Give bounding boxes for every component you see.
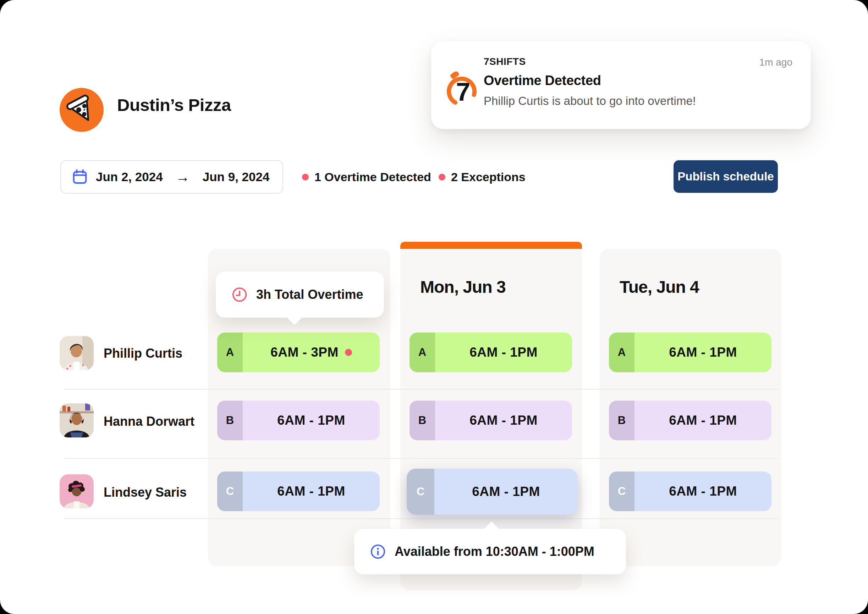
shift-badge: C bbox=[407, 469, 434, 515]
shift-time: 6AM - 1PM bbox=[243, 471, 380, 511]
shift-time: 6AM - 1PM bbox=[635, 471, 772, 511]
highlighted-column-bar bbox=[400, 242, 582, 250]
avatar-phillip-curtis bbox=[60, 336, 94, 370]
overtime-status: 1 Overtime Detected bbox=[302, 160, 431, 194]
overtime-tooltip: 3h Total Overtime bbox=[216, 271, 384, 318]
shift-badge: C bbox=[217, 471, 243, 511]
pizza-logo-icon bbox=[60, 88, 104, 132]
shift-pill[interactable]: B 6AM - 1PM bbox=[609, 401, 772, 440]
employee-name: Lindsey Saris bbox=[104, 485, 187, 500]
shift-badge: C bbox=[609, 471, 635, 511]
shift-time: 6AM - 1PM bbox=[435, 401, 572, 440]
avatar-lindsey-saris bbox=[60, 474, 94, 509]
shift-badge: B bbox=[609, 401, 635, 440]
column-header-tue: Tue, Jun 4 bbox=[619, 277, 699, 297]
shift-pill[interactable]: A 6AM - 1PM bbox=[609, 333, 772, 372]
info-icon bbox=[370, 543, 386, 560]
shift-time: 6AM - 3PM bbox=[271, 345, 339, 360]
overtime-status-dot-icon bbox=[302, 174, 309, 180]
shift-pill[interactable]: B 6AM - 1PM bbox=[409, 401, 572, 440]
shift-time: 6AM - 1PM bbox=[635, 333, 772, 372]
page-title: Dustin’s Pizza bbox=[117, 95, 231, 115]
notification-title: Overtime Detected bbox=[484, 73, 601, 88]
date-range-start: Jun 2, 2024 bbox=[96, 170, 163, 184]
shift-pill[interactable]: C 6AM - 1PM bbox=[217, 471, 380, 511]
avatar-hanna-dorwart bbox=[60, 403, 94, 437]
seven-shifts-logo-icon: 7 bbox=[443, 71, 479, 107]
notification-timestamp: 1m ago bbox=[759, 57, 792, 68]
calendar-icon bbox=[72, 169, 88, 185]
row-divider bbox=[64, 389, 778, 389]
svg-text:7: 7 bbox=[456, 78, 470, 106]
shift-time: 6AM - 1PM bbox=[635, 401, 772, 440]
clock-icon bbox=[231, 287, 248, 303]
employee-name: Hanna Dorwart bbox=[104, 414, 194, 429]
overtime-status-label: 1 Overtime Detected bbox=[314, 170, 431, 184]
screen: Dustin’s Pizza 7 7SHIFTS 1m ago Overtime… bbox=[0, 0, 868, 614]
row-divider bbox=[64, 458, 778, 459]
employee-name: Phillip Curtis bbox=[104, 346, 182, 361]
shift-pill[interactable]: C 6AM - 1PM bbox=[609, 471, 772, 511]
overtime-alert-dot-icon bbox=[345, 349, 352, 356]
overtime-tooltip-text: 3h Total Overtime bbox=[256, 287, 363, 302]
shift-pill[interactable]: B 6AM - 1PM bbox=[217, 401, 380, 440]
publish-schedule-button[interactable]: Publish schedule bbox=[674, 160, 778, 193]
exceptions-status-dot-icon bbox=[439, 174, 445, 180]
shift-pill[interactable]: A 6AM - 1PM bbox=[409, 333, 572, 372]
app-window: Dustin’s Pizza 7 7SHIFTS 1m ago Overtime… bbox=[0, 0, 868, 614]
shift-time: 6AM - 1PM bbox=[434, 469, 578, 515]
shift-badge: A bbox=[409, 333, 435, 372]
notification-app-name: 7SHIFTS bbox=[484, 56, 526, 67]
notification-message: Phillip Curtis is about to go into overt… bbox=[484, 94, 696, 108]
notification-card[interactable]: 7 7SHIFTS 1m ago Overtime Detected Phill… bbox=[431, 41, 811, 129]
shift-badge: A bbox=[609, 333, 635, 372]
shift-time: 6AM - 1PM bbox=[435, 333, 572, 372]
availability-tooltip-text: Available from 10:30AM - 1:00PM bbox=[395, 544, 594, 559]
availability-tooltip: Available from 10:30AM - 1:00PM bbox=[354, 529, 626, 574]
exceptions-status: 2 Exceptions bbox=[439, 160, 526, 194]
shift-badge: A bbox=[217, 333, 243, 372]
column-header-mon: Mon, Jun 3 bbox=[420, 277, 506, 297]
shift-pill[interactable]: A 6AM - 3PM bbox=[217, 333, 380, 372]
shift-badge: B bbox=[217, 401, 243, 440]
shift-pill-selected[interactable]: C 6AM - 1PM bbox=[407, 469, 578, 515]
date-range-picker[interactable]: Jun 2, 2024 → Jun 9, 2024 bbox=[60, 160, 283, 194]
date-range-end: Jun 9, 2024 bbox=[203, 170, 270, 184]
shift-time: 6AM - 1PM bbox=[243, 401, 380, 440]
shift-badge: B bbox=[409, 401, 435, 440]
exceptions-status-label: 2 Exceptions bbox=[451, 170, 526, 184]
row-divider bbox=[64, 518, 778, 519]
arrow-right-icon: → bbox=[176, 170, 190, 184]
